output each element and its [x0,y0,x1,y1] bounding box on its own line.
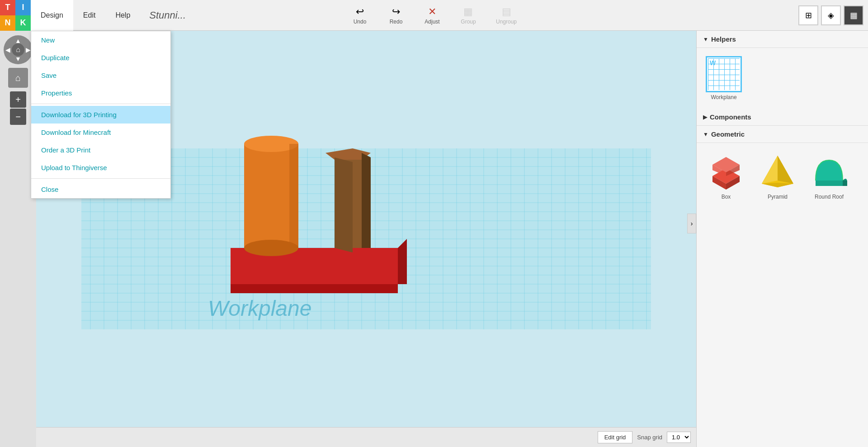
pyramid-label: Pyramid [768,194,788,200]
snap-grid-label: Snap grid [637,434,662,441]
grid-view-button[interactable]: ⊞ [798,5,818,25]
logo-n: N [0,15,15,31]
helpers-section: W Workplane [697,48,868,109]
undo-label: Undo [354,19,367,25]
compass-east: ▶ [26,46,31,53]
menu-downloadmc[interactable]: Download for Minecraft [31,124,170,141]
compass-north: ▲ [15,37,21,44]
zoom-in-button[interactable]: + [10,91,26,108]
menu-save[interactable]: Save [31,67,170,84]
roundroof-label: Round Roof [815,194,844,200]
edit-grid-button[interactable]: Edit grid [598,431,633,443]
bottom-bar: Edit grid Snap grid 0.1 0.5 1.0 2.0 5.0 [36,427,696,447]
menu-duplicate[interactable]: Duplicate [31,49,170,67]
pyramid-shape-icon [757,151,798,192]
helpers-triangle: ▼ [703,36,708,43]
menu-divider-2 [31,178,170,179]
ungroup-icon [502,6,511,18]
menu-order3d[interactable]: Order a 3D Print [31,141,170,159]
panel-collapse-button[interactable]: › [687,214,696,233]
right-panel: ▼ Helpers W Workplane ▶ Components ▼ Geo… [696,31,868,447]
svg-marker-74 [335,157,353,252]
nav-help[interactable]: Help [105,0,140,31]
box-label: Box [722,194,731,200]
workplane-icon: W [706,56,742,92]
geometric-label: Geometric [711,130,745,138]
3d-view-button[interactable]: ◈ [821,5,841,25]
design-dropdown: New Duplicate Save Properties Download f… [31,31,171,199]
helpers-label: Helpers [711,35,736,43]
svg-marker-85 [762,183,793,187]
logo: T I N K [0,0,31,31]
geometric-triangle: ▼ [703,131,708,138]
logo-i: I [15,0,31,15]
menu-upload[interactable]: Upload to Thingiverse [31,159,170,176]
helpers-section-header[interactable]: ▼ Helpers [697,31,868,48]
ungroup-label: Ungroup [496,19,517,25]
home-button[interactable]: ⌂ [8,68,28,88]
undo-button[interactable]: Undo [344,3,376,28]
roundroof-shape-icon [809,151,849,192]
nav-menu: Design Edit Help [31,0,140,31]
components-section-header[interactable]: ▶ Components [697,109,868,126]
svg-marker-66 [231,284,398,293]
box-shape-icon [706,151,746,192]
group-icon [463,6,473,18]
svg-rect-71 [289,144,298,248]
ungroup-button[interactable]: Ungroup [489,3,524,28]
shape-roundroof-item[interactable]: Round Roof [804,147,854,204]
svg-text:Workplane: Workplane [208,296,311,320]
svg-marker-84 [762,156,778,184]
adjust-icon [428,6,436,18]
workplane-helper[interactable]: W Workplane [701,52,746,104]
group-label: Group [461,19,476,25]
nav-compass[interactable]: ▲ ▼ ▶ ◀ ⌂ [4,35,33,64]
logo-t: T [0,0,15,15]
adjust-label: Adjust [425,19,439,25]
zoom-out-button[interactable]: − [10,109,26,125]
components-triangle: ▶ [703,114,707,120]
menu-close[interactable]: Close [31,181,170,198]
shape-box-item[interactable]: Box [701,147,751,204]
menu-properties[interactable]: Properties [31,84,170,102]
geometric-section: Box Pyramid [697,143,868,208]
logo-k: K [15,15,31,31]
redo-label: Redo [390,19,403,25]
compass-center: ⌂ [12,43,24,56]
workplane-helper-label: Workplane [711,94,736,100]
redo-icon [392,6,400,18]
toolbar-center: Undo Redo Adjust Group Ungroup [344,0,524,31]
menu-divider-1 [31,104,170,104]
svg-rect-87 [843,181,847,186]
compass-west: ◀ [5,46,10,53]
geometric-section-header[interactable]: ▼ Geometric [697,126,868,143]
nav-edit[interactable]: Edit [73,0,106,31]
adjust-button[interactable]: Adjust [416,3,448,28]
compass-south: ▼ [15,55,21,62]
project-title: Stunni... [149,10,186,21]
shape-pyramid-item[interactable]: Pyramid [753,147,802,204]
nav-design[interactable]: Design [31,0,73,31]
components-label: Components [710,113,751,121]
svg-marker-83 [778,156,793,184]
topbar: T I N K Design Edit Help Stunni... Undo … [0,0,868,31]
group-button[interactable]: Group [453,3,484,28]
menu-new[interactable]: New [31,31,170,49]
workplane-w-letter: W [710,59,716,67]
menu-download3d[interactable]: Download for 3D Printing [31,106,170,124]
toolbar-right: ⊞ ◈ ▦ [798,0,868,31]
zoom-controls: + − [10,91,26,125]
snap-grid-select[interactable]: 0.1 0.5 1.0 2.0 5.0 [667,432,691,443]
svg-rect-86 [816,181,843,186]
redo-button[interactable]: Redo [380,3,412,28]
svg-marker-75 [362,153,371,248]
undo-icon [356,6,364,18]
blocks-view-button[interactable]: ▦ [844,5,863,25]
